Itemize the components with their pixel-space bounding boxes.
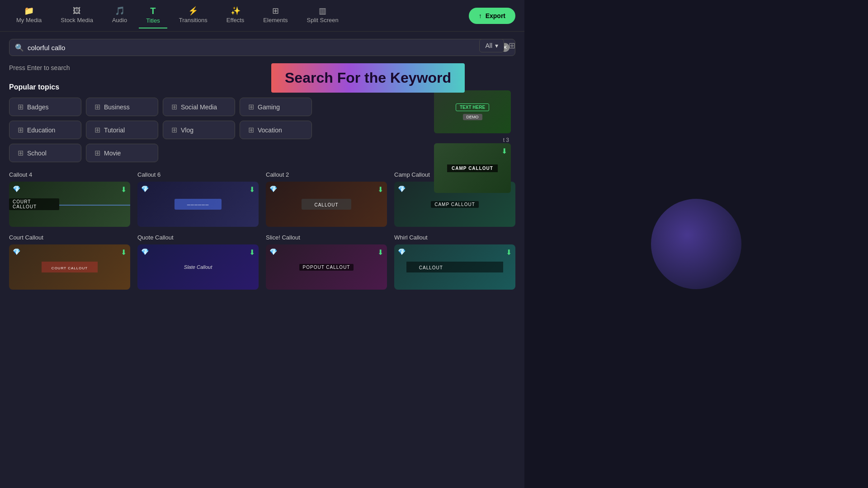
callout-item-slice[interactable]: Slice! Callout 💎 ⬇ POPOUT CALLOUT [266, 234, 387, 290]
elements-icon: ⊞ [272, 7, 279, 15]
callout2-title: Callout 2 [266, 171, 387, 178]
callout2-inner-text: CALLOUT [311, 202, 342, 208]
quote-inner-text: Slate Callout [184, 264, 212, 270]
download-icon[interactable]: ⬇ [506, 248, 512, 257]
premium-gem-icon: 💎 [269, 185, 277, 192]
callout2-thumb: 💎 ⬇ CALLOUT [266, 182, 387, 227]
callouts-row2-section: Court Callout 💎 ⬇ COURT CALLOUT Quote Ca… [9, 234, 515, 290]
titles-icon: T [150, 6, 156, 15]
premium-gem-icon: 💎 [398, 185, 406, 192]
split-screen-icon: ▥ [319, 7, 326, 15]
chevron-down-icon: ▾ [495, 42, 498, 49]
camp-callout-label: CAMP CALLOUT [447, 164, 498, 172]
press-enter-hint: Press Enter to search [9, 64, 70, 71]
export-button[interactable]: ↑ Export [469, 8, 515, 24]
nav-stock-media[interactable]: 🖼 Stock Media [53, 3, 100, 28]
top-nav: 📁 My Media 🖼 Stock Media 🎵 Audio T Title… [0, 0, 524, 32]
tutorial-icon: ⊞ [94, 126, 100, 134]
premium-gem-icon: 💎 [269, 248, 277, 255]
search-icon: 🔍 [15, 43, 24, 52]
nav-my-media[interactable]: 📁 My Media [9, 3, 49, 28]
download-icon[interactable]: ⬇ [249, 248, 255, 257]
callout-item-whirl[interactable]: Whirl Callout 💎 ⬇ CALLOUT [394, 234, 515, 290]
topic-school[interactable]: ⊞ School [9, 144, 81, 162]
demo-label: DEMO [463, 114, 482, 120]
business-icon: ⊞ [94, 103, 100, 111]
topic-social-media[interactable]: ⊞ Social Media [163, 98, 235, 116]
search-input[interactable] [28, 44, 497, 52]
download-icon[interactable]: ⬇ [377, 185, 383, 194]
whirl-callout-title: Whirl Callout [394, 234, 515, 241]
nav-transitions[interactable]: ⚡ Transitions [172, 3, 215, 28]
filter-dropdown[interactable]: All ▾ [479, 39, 504, 52]
callout6-title: Callout 6 [137, 171, 259, 178]
premium-gem-icon: 💎 [13, 185, 20, 192]
result-number: t 3 [434, 137, 511, 143]
nav-audio[interactable]: 🎵 Audio [105, 3, 134, 28]
topic-movie[interactable]: ⊞ Movie [86, 144, 158, 162]
search-area: 🔍 ✕ All ▾ ⊞ [0, 32, 524, 60]
whirl-inner-text: CALLOUT [415, 264, 447, 271]
camp-preview-thumb: CAMP CALLOUT ⬇ [434, 143, 511, 193]
nav-elements[interactable]: ⊞ Elements [256, 3, 295, 28]
callout-item-court[interactable]: Court Callout 💎 ⬇ COURT CALLOUT [9, 234, 130, 290]
preview-top-area: TEXT HERE DEMO t 3 CAMP CALLOUT ⬇ [434, 90, 511, 193]
right-panel [524, 0, 868, 488]
transitions-icon: ⚡ [188, 7, 198, 15]
topic-vlog[interactable]: ⊞ Vlog [163, 121, 235, 139]
badges-icon: ⊞ [18, 103, 24, 111]
export-icon: ↑ [479, 12, 482, 19]
slice-callout-thumb: 💎 ⬇ POPOUT CALLOUT [266, 244, 387, 290]
camp-callout-inner-text: CAMP CALLOUT [431, 201, 479, 208]
effects-icon: ✨ [231, 7, 241, 15]
quote-callout-thumb: 💎 ⬇ Slate Callout [137, 244, 259, 290]
premium-gem-icon: 💎 [141, 248, 149, 255]
my-media-icon: 📁 [24, 7, 34, 15]
callout4-title: Callout 4 [9, 171, 130, 178]
callout-item-callout4[interactable]: Callout 4 💎 ⬇ COURT CALLOUT [9, 171, 130, 227]
topic-education[interactable]: ⊞ Education [9, 121, 81, 139]
premium-gem-icon: 💎 [141, 185, 149, 192]
movie-icon: ⊞ [94, 149, 100, 157]
right-decoration [651, 199, 741, 289]
topic-business[interactable]: ⊞ Business [86, 98, 158, 116]
preview-thumb-text-here: TEXT HERE DEMO [434, 90, 511, 133]
keyword-banner: Search For the Keyword [271, 63, 465, 93]
slice-callout-title: Slice! Callout [266, 234, 387, 241]
callout-item-callout6[interactable]: Callout 6 💎 ⬇ ────── [137, 171, 259, 227]
callout-item-callout2[interactable]: Callout 2 💎 ⬇ CALLOUT [266, 171, 387, 227]
download-icon[interactable]: ⬇ [121, 185, 127, 194]
search-right-controls: All ▾ ⊞ [479, 39, 515, 52]
callout6-inner-text: ────── [184, 202, 213, 208]
callouts-grid-2: Court Callout 💎 ⬇ COURT CALLOUT Quote Ca… [9, 234, 515, 290]
callout4-thumb: 💎 ⬇ COURT CALLOUT [9, 182, 130, 227]
quote-callout-title: Quote Callout [137, 234, 259, 241]
slice-inner-text: POPOUT CALLOUT [299, 264, 354, 271]
topic-vocation[interactable]: ⊞ Vocation [240, 121, 312, 139]
nav-split-screen[interactable]: ▥ Split Screen [300, 3, 346, 28]
main-panel: 📁 My Media 🖼 Stock Media 🎵 Audio T Title… [0, 0, 524, 488]
topic-badges[interactable]: ⊞ Badges [9, 98, 81, 116]
download-icon[interactable]: ⬇ [121, 248, 127, 257]
topic-gaming[interactable]: ⊞ Gaming [240, 98, 312, 116]
stock-media-icon: 🖼 [73, 7, 81, 15]
court-inner-text: COURT CALLOUT [48, 265, 91, 271]
nav-titles[interactable]: T Titles [139, 3, 167, 28]
search-bar-container: 🔍 ✕ [9, 39, 515, 56]
download-icon[interactable]: ⬇ [377, 248, 383, 257]
camp-download-icon[interactable]: ⬇ [501, 147, 507, 155]
social-media-icon: ⊞ [171, 103, 177, 111]
nav-effects[interactable]: ✨ Effects [219, 3, 252, 28]
text-here-label: TEXT HERE [456, 103, 489, 111]
callout-item-quote[interactable]: Quote Callout 💎 ⬇ Slate Callout [137, 234, 259, 290]
vlog-icon: ⊞ [171, 126, 177, 134]
topic-tutorial[interactable]: ⊞ Tutorial [86, 121, 158, 139]
callout4-inner-text: COURT CALLOUT [9, 198, 59, 210]
premium-gem-icon: 💎 [13, 248, 20, 255]
grid-view-icon[interactable]: ⊞ [509, 41, 515, 51]
education-icon: ⊞ [18, 126, 24, 134]
court-callout-thumb: 💎 ⬇ COURT CALLOUT [9, 244, 130, 290]
court-callout-title: Court Callout [9, 234, 130, 241]
school-icon: ⊞ [18, 149, 24, 157]
download-icon[interactable]: ⬇ [249, 185, 255, 194]
